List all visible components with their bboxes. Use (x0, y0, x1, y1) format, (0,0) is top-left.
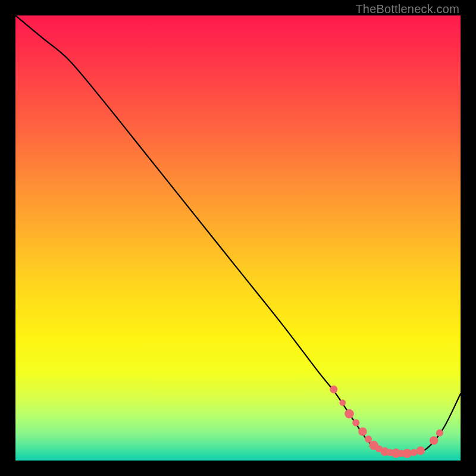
curve-marker (345, 409, 354, 419)
curve-marker (369, 441, 378, 450)
chart-svg (15, 15, 461, 461)
chart-stage: TheBottleneck.com (0, 0, 476, 476)
curve-marker (330, 386, 337, 393)
curve-marker (339, 399, 346, 406)
curve-marker (358, 427, 367, 436)
curve-marker (410, 449, 417, 456)
plot-area (15, 15, 461, 461)
curve-marker (430, 436, 438, 444)
curve-marker (375, 446, 383, 453)
curve-markers (330, 386, 443, 458)
curve-marker (387, 449, 394, 456)
attribution-text: TheBottleneck.com (355, 2, 459, 16)
curve-marker (416, 446, 424, 455)
curve-marker (392, 449, 401, 458)
curve-line (15, 15, 461, 454)
curve-marker (402, 449, 412, 458)
curve-marker (352, 419, 359, 426)
curve-marker (381, 447, 389, 456)
curve-marker (436, 430, 443, 437)
curve-marker (365, 436, 372, 443)
curve-marker (398, 450, 405, 457)
